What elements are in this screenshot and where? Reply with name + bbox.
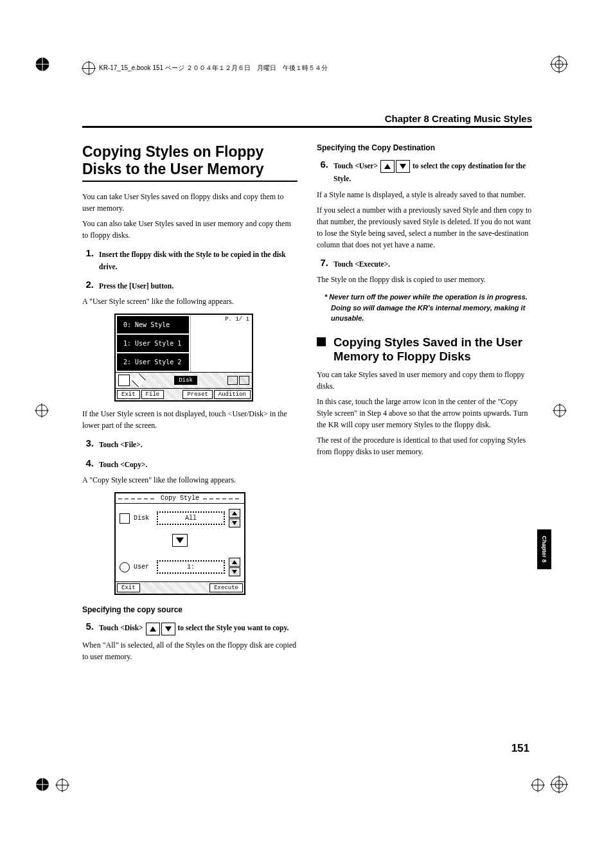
step-result: A "Copy Style screen" like the following… [82,474,298,486]
chapter-running-header: Chapter 8 Creating Music Styles [82,113,532,128]
body-paragraph: The rest of the procedure is identical t… [317,434,532,457]
arrow-down-large-icon [172,534,188,547]
arrow-up-icon [146,623,160,635]
dialog-title: Copy Style [116,493,244,504]
step-text: Insert the floppy disk with the Style to… [99,247,298,272]
step-note: When "All" is selected, all of the Style… [82,639,298,662]
exit-button: Exit [117,390,140,399]
alignment-mark-icon [35,403,49,418]
step-note: If you select a number with a previously… [317,204,532,251]
registration-mark-icon [550,775,568,793]
floppy-icon [120,513,130,524]
list-item: 2: User Style 2 [117,353,189,371]
subheading-copy-destination: Specifying the Copy Destination [317,143,532,152]
step-text: Touch <File>. [99,438,143,450]
step-text: Touch <Execute>. [333,257,390,270]
intro-paragraph: You can also take User Styles saved in u… [82,218,298,241]
prev-icon [227,376,238,385]
user-value: 1: [157,560,225,574]
exit-button: Exit [117,583,140,592]
registration-mark-icon [550,55,568,73]
step-number: 3 [82,438,94,448]
step-text: Touch <User> to select the copy destinat… [333,159,532,185]
step-number: 7 [317,257,328,268]
registration-mark-icon [33,55,51,73]
chapter-side-tab: Chapter 8 [537,529,551,569]
page-indicator: P. 1/ 1 [225,316,249,323]
disk-button: Disk [174,376,197,385]
arrow-down-icon [229,518,240,527]
file-button: File [141,390,164,399]
step-1: 1 Insert the floppy disk with the Style … [82,247,298,272]
subheading-copy-source: Specifying the copy source [82,605,298,614]
step-number: 4 [82,457,94,468]
arrow-up-icon [380,160,395,173]
next-icon [239,376,249,385]
user-style-screen-illustration: 0: New Style 1: User Style 1 2: User Sty… [114,314,253,402]
step-text: Press the [User] button. [99,279,173,292]
body-paragraph: You can take Styles saved in user memory… [317,369,532,392]
page-number: 151 [511,742,529,755]
arrow-down-icon [161,623,175,635]
square-bullet-icon [317,337,326,346]
pencil-icon [132,374,145,387]
execute-button: Execute [209,583,243,592]
arrow-up-icon [229,509,240,518]
section-title: Copying Styles on Floppy Disks to the Us… [82,143,298,182]
floppy-icon [118,375,130,386]
pencil-icon [120,562,130,572]
step-7: 7 Touch <Execute>. [317,257,532,270]
alignment-mark-icon [55,778,69,792]
step-3: 3 Touch <File>. [82,438,298,450]
alignment-mark-icon [531,778,545,792]
list-item: 1: User Style 1 [117,335,189,352]
step-number: 5 [82,621,94,632]
step-number: 1 [82,247,94,258]
arrow-up-icon [229,558,240,567]
step-2: 2 Press the [User] button. [82,279,298,292]
crosshair-icon [82,62,95,75]
arrow-down-icon [396,160,410,173]
intro-paragraph: You can take User Styles saved on floppy… [82,191,298,214]
step-text: Touch <Copy>. [99,457,147,470]
step-number: 2 [82,279,94,290]
list-item: 0: New Style [117,316,189,333]
subsection-title-text: Copying Styles Saved in the User Memory … [333,335,532,364]
step-number: 6 [317,159,328,170]
warning-note: Never turn off the power while the opera… [331,292,532,324]
preset-button: Preset [182,390,212,399]
arrow-down-icon [229,567,240,576]
body-paragraph: In this case, touch the large arrow icon… [317,396,532,430]
disk-value: All [157,511,225,525]
step-4: 4 Touch <Copy>. [82,457,298,470]
subsection-title: Copying Styles Saved in the User Memory … [317,335,532,364]
step-result: The Style on the floppy disk is copied t… [317,274,532,285]
step-6: 6 Touch <User> to select the copy destin… [317,159,532,185]
disk-label: Disk [134,515,153,522]
copy-style-screen-illustration: Copy Style Disk All User 1: [114,492,245,595]
registration-mark-icon [33,775,51,793]
step-note: If a Style name is displayed, a style is… [317,189,532,200]
source-file-header: KR-17_15_e.book 151 ページ ２００４年１２月６日 月曜日 午… [82,62,328,75]
alignment-mark-icon [553,403,567,418]
user-label: User [134,563,153,571]
step-text: Touch <Disk> to select the Style you wan… [99,621,289,635]
screen-note: If the User Style screen is not displaye… [82,408,298,431]
step-5: 5 Touch <Disk> to select the Style you w… [82,621,298,635]
step-result: A "User Style screen" like the following… [82,296,298,307]
source-file-text: KR-17_15_e.book 151 ページ ２００４年１２月６日 月曜日 午… [99,64,328,73]
audition-button: Audition [214,390,251,399]
